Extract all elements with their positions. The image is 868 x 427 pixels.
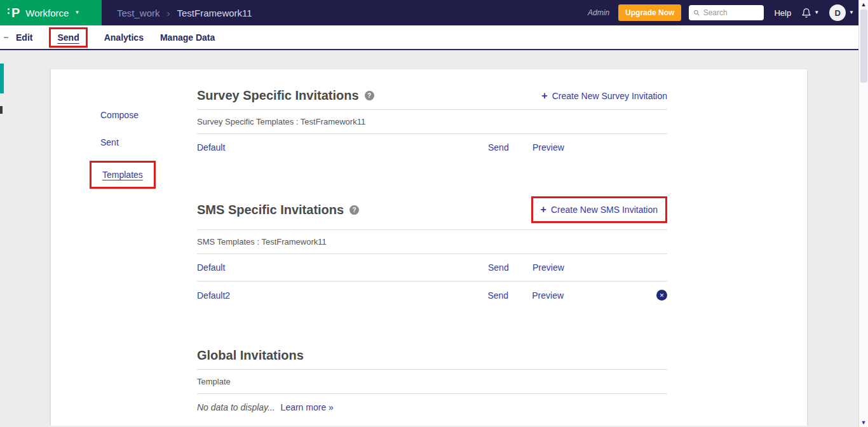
chevron-down-icon: ▼ [849,10,854,15]
help-icon[interactable]: ? [349,205,359,215]
search-box[interactable] [689,5,764,20]
help-icon[interactable]: ? [365,91,374,100]
preview-link[interactable]: Preview [532,262,657,273]
section-title-survey: Survey Specific Invitations ? [197,88,374,103]
template-name-link[interactable]: Default [197,142,488,152]
survey-templates-subheader: Survey Specific Templates : TestFramewor… [197,110,667,133]
survey-invitations-section: Survey Specific Invitations ? + Create N… [197,88,667,161]
breadcrumb: Test_work › TestFramework11 [117,8,252,18]
send-link[interactable]: Send [488,262,532,273]
template-column-header: Template [197,370,667,393]
tab-send[interactable]: Send [57,32,79,43]
account-menu[interactable]: D ▼ [829,4,854,21]
delete-icon[interactable]: ✕ [656,290,667,301]
templates-panel: Survey Specific Invitations ? + Create N… [197,69,667,426]
section-title-text: SMS Specific Invitations [197,203,344,217]
annotation-box-templates: Templates [90,161,156,189]
send-link[interactable]: Send [488,142,532,152]
table-row: Default Send Preview [197,134,667,161]
sidebar-item-templates[interactable]: Templates [102,170,143,180]
sms-invitations-section: SMS Specific Invitations ? + Create New … [197,196,667,309]
breadcrumb-folder[interactable]: Test_work [117,8,160,18]
avatar[interactable]: D [829,4,846,21]
top-header: P Workforce ▼ Test_work › TestFramework1… [0,0,868,25]
template-name-link[interactable]: Default [197,262,488,273]
tab-manage-data[interactable]: Manage Data [160,32,215,43]
section-title-text: Survey Specific Invitations [197,88,359,103]
chevron-down-icon: ▼ [814,10,819,15]
empty-state-row: No data to display... Learn more » [197,394,667,421]
upgrade-now-button[interactable]: Upgrade Now [618,4,681,21]
scroll-down-arrow-icon[interactable]: ▼ [859,419,868,426]
section-title-sms: SMS Specific Invitations ? [197,203,359,217]
survey-tab-bar: Edit Send Analytics Manage Data [0,25,868,50]
sidebar-item-compose[interactable]: Compose [100,110,139,120]
preview-link[interactable]: Preview [532,142,657,152]
help-link[interactable]: Help [774,8,791,18]
chevron-right-icon: › [167,8,170,18]
notifications-control[interactable]: ▼ [801,8,819,18]
sms-templates-subheader: SMS Templates : TestFramework11 [197,230,667,254]
create-sms-invitation-button[interactable]: + Create New SMS Invitation [541,205,658,215]
section-title-text: Global Invitations [197,348,304,363]
notification-bell-icon[interactable] [801,8,811,18]
table-row: Default2 Send Preview ✕ [197,281,667,309]
table-row: Default Send Preview [197,254,667,281]
breadcrumb-survey-name[interactable]: TestFramework11 [177,8,252,18]
left-edge-mark [0,106,3,114]
create-sms-invitation-label: Create New SMS Invitation [551,205,658,215]
global-invitations-section: Global Invitations Template No data to d… [197,348,667,421]
no-data-text: No data to display... [197,402,275,412]
workforce-product-switcher[interactable]: P Workforce ▼ [0,0,102,25]
tab-analytics[interactable]: Analytics [104,32,144,43]
create-survey-invitation-button[interactable]: + Create New Survey Invitation [541,91,667,101]
send-sidebar: Compose Sent Templates [51,69,197,426]
sidebar-item-sent[interactable]: Sent [100,137,119,147]
scroll-up-arrow-icon[interactable]: ▲ [859,1,868,8]
search-input[interactable] [703,8,760,17]
questionpro-logo: P [11,6,20,19]
create-survey-invitation-label: Create New Survey Invitation [552,91,667,101]
main-content-area: Compose Sent Templates Survey Specific I… [0,50,868,426]
tab-edit[interactable]: Edit [16,32,32,43]
send-link[interactable]: Send [487,290,532,301]
annotation-box-send-tab: Send [49,27,87,48]
vertical-scrollbar[interactable]: ▲ ▼ [858,0,868,427]
product-name: Workforce [25,8,69,18]
learn-more-link[interactable]: Learn more » [281,402,334,412]
plus-icon: + [541,91,547,101]
scrollbar-thumb[interactable] [860,10,867,83]
section-title-global: Global Invitations [197,348,304,363]
invitations-card: Compose Sent Templates Survey Specific I… [51,69,807,426]
template-name-link[interactable]: Default2 [197,290,487,301]
plus-icon: + [541,205,546,215]
chevron-down-icon: ▼ [74,10,79,15]
collapsed-panel-dash [4,37,8,38]
annotation-box-create-sms: + Create New SMS Invitation [531,196,667,223]
left-edge-accent [0,64,4,93]
preview-link[interactable]: Preview [532,290,656,301]
admin-label: Admin [588,8,609,17]
search-icon [693,9,700,17]
